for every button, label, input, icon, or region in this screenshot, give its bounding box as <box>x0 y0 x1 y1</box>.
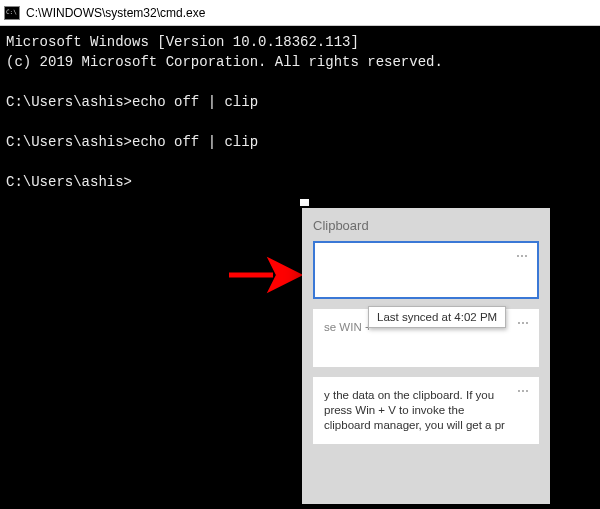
sync-tooltip: Last synced at 4:02 PM <box>368 306 506 328</box>
console-line: C:\Users\ashis>echo off | clip <box>6 134 258 150</box>
entry-more-button[interactable]: ⋯ <box>516 249 529 263</box>
clipboard-entry[interactable]: ⋯ <box>313 241 539 299</box>
clipboard-entry[interactable]: ⋯ y the data on the clipboard. If you pr… <box>313 377 539 444</box>
console-prompt: C:\Users\ashis> <box>6 174 132 190</box>
window-title: C:\WINDOWS\system32\cmd.exe <box>26 6 205 20</box>
clipboard-entry[interactable]: ⋯ se WIN + Last synced at 4:02 PM <box>313 309 539 367</box>
window-titlebar[interactable]: C:\WINDOWS\system32\cmd.exe <box>0 0 600 26</box>
entry-content: y the data on the clipboard. If you pres… <box>324 388 510 433</box>
console-line: C:\Users\ashis>echo off | clip <box>6 94 258 110</box>
console-line: Microsoft Windows [Version 10.0.18362.11… <box>6 34 359 50</box>
entry-more-button[interactable]: ⋯ <box>517 316 530 330</box>
entry-more-button[interactable]: ⋯ <box>517 384 530 398</box>
clipboard-title: Clipboard <box>313 218 539 233</box>
cmd-icon <box>4 6 20 20</box>
text-cursor <box>300 199 309 206</box>
clipboard-panel[interactable]: Clipboard ⋯ ⋯ se WIN + Last synced at 4:… <box>302 208 550 504</box>
console-line: (c) 2019 Microsoft Corporation. All righ… <box>6 54 443 70</box>
